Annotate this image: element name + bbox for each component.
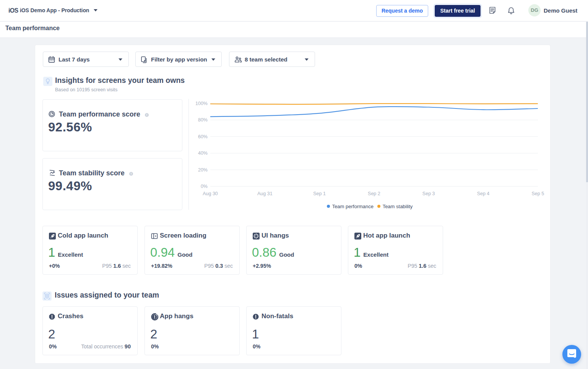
svg-text:60%: 60% xyxy=(198,134,208,139)
svg-text:20%: 20% xyxy=(198,167,208,173)
svg-text:Aug 31: Aug 31 xyxy=(257,191,273,196)
svg-text:80%: 80% xyxy=(198,117,208,123)
svg-text:Sep 4: Sep 4 xyxy=(477,191,490,196)
svg-text:Aug 30: Aug 30 xyxy=(203,191,218,196)
svg-text:Sep 2: Sep 2 xyxy=(368,191,380,196)
svg-text:40%: 40% xyxy=(198,151,208,156)
svg-text:100%: 100% xyxy=(195,101,208,106)
svg-text:Sep 3: Sep 3 xyxy=(422,191,435,196)
svg-text:0%: 0% xyxy=(201,184,208,189)
svg-text:Sep 5: Sep 5 xyxy=(531,191,544,196)
svg-text:Sep 1: Sep 1 xyxy=(313,191,326,196)
